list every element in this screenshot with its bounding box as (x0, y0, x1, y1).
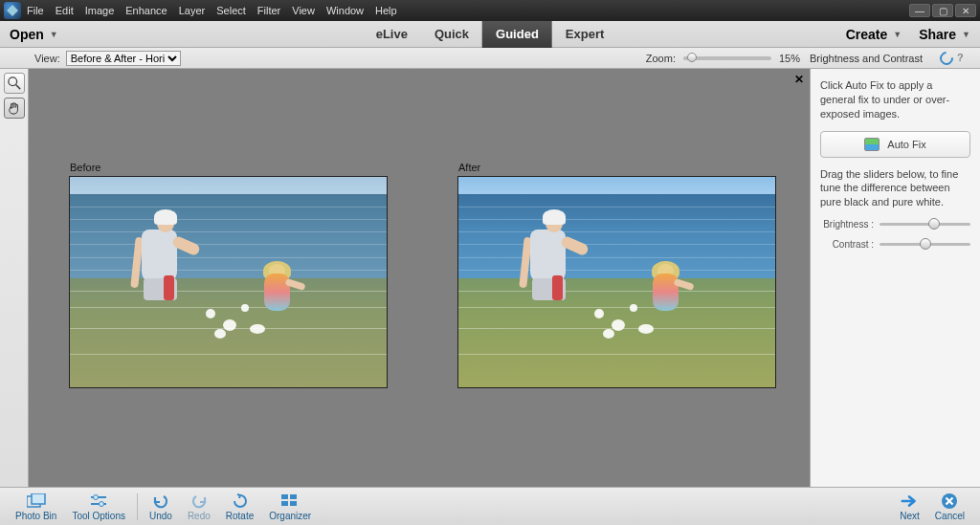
next-label: Next (900, 511, 920, 521)
svg-line-1 (15, 85, 19, 89)
brightness-contrast-panel: Click Auto Fix to apply a general fix to… (810, 69, 980, 487)
mode-tabs: eLive Quick Guided Expert (363, 21, 618, 48)
canvas-area: ✕ Before After (29, 69, 810, 487)
brightness-label: Brightness : (820, 219, 874, 230)
maximize-button[interactable]: ▢ (932, 4, 953, 17)
svg-rect-11 (290, 501, 297, 506)
svg-point-5 (94, 494, 99, 499)
photobin-button[interactable]: Photo Bin (8, 490, 64, 524)
menu-help[interactable]: Help (375, 5, 397, 16)
contrast-slider[interactable] (880, 243, 970, 246)
after-scene (458, 177, 775, 387)
panel-title-bar: Brightness and Contrast ? (810, 52, 970, 65)
menu-file[interactable]: File (27, 5, 44, 16)
bottom-bar: Photo Bin Tool Options Undo Redo Rotate … (0, 487, 980, 525)
next-icon (901, 492, 920, 510)
create-menu[interactable]: Create ▼ (846, 27, 902, 42)
organizer-button[interactable]: Organizer (261, 490, 319, 524)
contrast-label: Contrast : (820, 239, 874, 250)
zoom-slider[interactable] (683, 56, 771, 60)
brightness-thumb[interactable] (928, 218, 940, 230)
autofix-button[interactable]: Auto Fix (820, 131, 970, 158)
brightness-row: Brightness : (820, 219, 970, 230)
before-image: Before (69, 176, 388, 388)
panel-title: Brightness and Contrast (810, 53, 923, 64)
redo-label: Redo (188, 511, 211, 521)
rotate-button[interactable]: Rotate (218, 490, 261, 524)
share-label: Share (919, 27, 956, 42)
help-icon[interactable]: ? (957, 52, 970, 65)
autofix-icon (864, 138, 880, 151)
hand-tool[interactable] (4, 98, 25, 119)
svg-rect-10 (281, 501, 288, 506)
menu-edit[interactable]: Edit (56, 5, 74, 16)
photobin-label: Photo Bin (15, 511, 56, 521)
contrast-row: Contrast : (820, 239, 970, 250)
svg-point-0 (8, 77, 16, 86)
close-window-button[interactable]: ✕ (955, 4, 976, 17)
cancel-button[interactable]: Cancel (927, 490, 972, 524)
mode-elive[interactable]: eLive (363, 21, 421, 48)
svg-rect-3 (32, 493, 45, 504)
open-menu[interactable]: Open ▼ (10, 27, 58, 42)
menu-image[interactable]: Image (85, 5, 115, 16)
tooloptions-icon (89, 492, 108, 510)
menu-bar: File Edit Image Enhance Layer Select Fil… (27, 5, 397, 16)
close-document-icon[interactable]: ✕ (794, 73, 804, 86)
menu-view[interactable]: View (292, 5, 315, 16)
mode-guided[interactable]: Guided (482, 21, 552, 48)
tooloptions-label: Tool Options (72, 511, 125, 521)
mode-quick[interactable]: Quick (421, 21, 482, 48)
slider-hint: Drag the sliders below, to fine tune the… (820, 167, 970, 210)
before-label: Before (70, 162, 100, 173)
undo-label: Undo (149, 511, 172, 521)
cancel-label: Cancel (935, 511, 965, 521)
menu-select[interactable]: Select (216, 5, 246, 16)
caret-down-icon: ▼ (50, 30, 58, 39)
zoom-slider-thumb[interactable] (687, 53, 697, 62)
autofix-hint: Click Auto Fix to apply a general fix to… (820, 78, 970, 121)
window-controls: — ▢ ✕ (909, 4, 976, 17)
minimize-button[interactable]: — (909, 4, 930, 17)
share-menu[interactable]: Share ▼ (919, 27, 970, 42)
redo-button[interactable]: Redo (180, 490, 218, 524)
photobin-icon (27, 492, 46, 510)
zoom-group: Zoom: 15% (646, 53, 800, 64)
app-logo (4, 2, 21, 19)
after-label: After (458, 162, 480, 173)
options-bar: View: Before & After - Horizontal Zoom: … (0, 48, 980, 69)
rotate-label: Rotate (226, 511, 254, 521)
svg-rect-9 (290, 494, 297, 499)
menu-enhance[interactable]: Enhance (125, 5, 167, 16)
undo-button[interactable]: Undo (142, 490, 180, 524)
zoom-tool[interactable] (4, 73, 25, 94)
tooloptions-button[interactable]: Tool Options (64, 490, 133, 524)
menu-window[interactable]: Window (326, 5, 364, 16)
before-scene (70, 177, 387, 387)
menu-filter[interactable]: Filter (257, 5, 280, 16)
zoom-label: Zoom: (646, 53, 676, 64)
contrast-thumb[interactable] (920, 238, 931, 250)
reset-panel-icon[interactable] (940, 52, 953, 65)
create-label: Create (846, 27, 888, 42)
mode-expert[interactable]: Expert (552, 21, 617, 48)
cancel-icon (940, 492, 959, 510)
caret-down-icon: ▼ (962, 30, 970, 39)
tool-column (0, 69, 29, 487)
caret-down-icon: ▼ (893, 30, 902, 39)
separator (137, 493, 138, 520)
organizer-label: Organizer (269, 511, 311, 521)
brightness-slider[interactable] (880, 223, 970, 226)
next-button[interactable]: Next (892, 490, 927, 524)
menu-layer[interactable]: Layer (179, 5, 206, 16)
organizer-icon (280, 492, 300, 510)
view-select[interactable]: Before & After - Horizontal (66, 51, 181, 66)
title-bar: File Edit Image Enhance Layer Select Fil… (0, 0, 980, 21)
undo-icon (151, 492, 170, 510)
redo-icon (189, 492, 209, 510)
zoom-value: 15% (779, 53, 800, 64)
svg-point-7 (100, 501, 104, 506)
rotate-icon (231, 492, 250, 510)
svg-rect-8 (281, 494, 288, 499)
autofix-label: Auto Fix (887, 139, 925, 150)
